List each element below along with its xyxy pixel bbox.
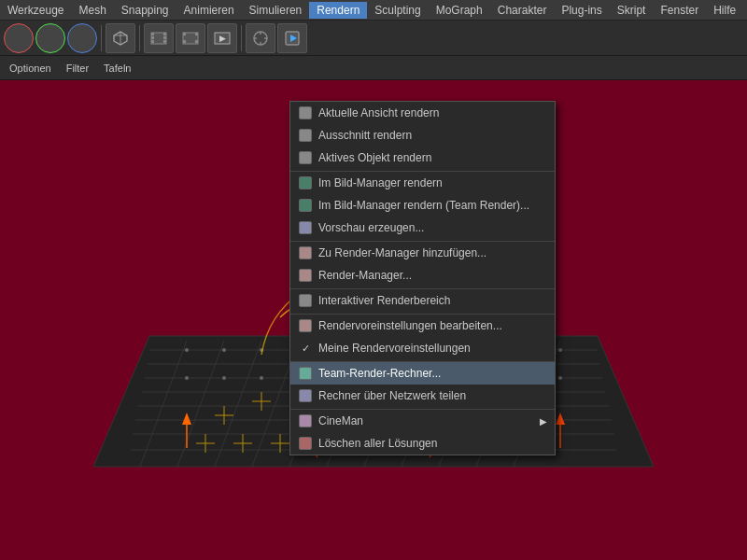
- y-axis-button[interactable]: [35, 23, 65, 53]
- dropdown-item[interactable]: Vorschau erzeugen...: [290, 217, 555, 239]
- menu-item-sculpting[interactable]: Sculpting: [367, 2, 428, 19]
- menu-item-plug-ins[interactable]: Plug-ins: [554, 2, 609, 19]
- dropdown-item-label: Im Bild-Manager rendern: [318, 176, 443, 189]
- settings-icon: [298, 245, 313, 260]
- network-icon: [298, 388, 313, 403]
- toolbar-separator-2: [139, 25, 140, 51]
- svg-point-51: [222, 376, 226, 380]
- svg-point-50: [185, 376, 189, 380]
- render-settings-button[interactable]: [246, 23, 275, 53]
- menu-item-hilfe[interactable]: Hilfe: [706, 2, 743, 19]
- svg-rect-11: [195, 33, 198, 35]
- dropdown-menu: Aktuelle Ansicht rendernAusschnitt rende…: [289, 101, 556, 455]
- dropdown-item-label: Aktuelle Ansicht rendern: [318, 106, 439, 119]
- render-icon: [298, 150, 313, 165]
- submenu-arrow-icon: ▶: [540, 416, 547, 427]
- menu-item-snapping[interactable]: Snapping: [114, 2, 176, 19]
- cineman-icon: [298, 413, 313, 428]
- x-axis-button[interactable]: [4, 23, 34, 53]
- settings-icon: [298, 268, 313, 283]
- dropdown-item[interactable]: Aktives Objekt rendern: [290, 147, 555, 169]
- film-button-2[interactable]: [176, 23, 205, 53]
- svg-rect-10: [183, 33, 186, 35]
- menu-item-simulieren[interactable]: Simulieren: [242, 2, 310, 19]
- svg-text:▶: ▶: [219, 34, 226, 43]
- img-icon: [298, 198, 313, 213]
- svg-rect-5: [151, 40, 154, 43]
- menu-bar: WerkzeugeMeshSnappingAnimierenSimulieren…: [0, 0, 747, 21]
- dropdown-item[interactable]: Team-Render-Rechner...: [290, 361, 555, 385]
- dropdown-item-label: Interaktiver Renderbereich: [318, 294, 450, 307]
- svg-rect-4: [151, 36, 154, 39]
- menu-item-werkzeuge[interactable]: Werkzeuge: [0, 2, 71, 19]
- toolbar2-item-tafeln[interactable]: Tafeln: [98, 61, 136, 76]
- z-axis-button[interactable]: [67, 23, 97, 53]
- dropdown-item-label: Im Bild-Manager rendern (Team Render)...: [318, 199, 529, 212]
- svg-point-49: [558, 348, 562, 352]
- team-icon: [298, 366, 313, 381]
- toolbar-separator-3: [241, 25, 242, 51]
- dropdown-item[interactable]: ✓Meine Rendervoreinstellungen: [290, 337, 555, 359]
- img-icon: [298, 175, 313, 190]
- toolbar2-item-optionen[interactable]: Optionen: [4, 61, 57, 76]
- render-icon: [298, 293, 313, 308]
- main-toolbar: ▶: [0, 21, 747, 56]
- dropdown-item[interactable]: Aktuelle Ansicht rendern: [290, 102, 555, 124]
- dropdown-item[interactable]: Im Bild-Manager rendern: [290, 171, 555, 194]
- preview-icon: [298, 220, 313, 235]
- toolbar2-item-filter[interactable]: Filter: [61, 61, 94, 76]
- secondary-toolbar: OptionenFilterTafeln: [0, 56, 747, 80]
- viewport: Aktuelle Ansicht rendernAusschnitt rende…: [0, 80, 747, 560]
- svg-rect-3: [151, 33, 154, 35]
- menu-item-fenster[interactable]: Fenster: [653, 2, 706, 19]
- render-icon: [298, 105, 313, 120]
- svg-point-40: [222, 348, 226, 352]
- dropdown-item-label: Löschen aller Lösungen: [318, 437, 437, 450]
- dropdown-item-label: Meine Rendervoreinstellungen: [318, 342, 471, 355]
- svg-rect-13: [195, 40, 198, 43]
- dropdown-item-label: Ausschnitt rendern: [318, 129, 412, 142]
- menu-item-animieren[interactable]: Animieren: [176, 2, 242, 19]
- dropdown-item[interactable]: Rechner über Netzwerk teilen: [290, 385, 555, 407]
- dropdown-item[interactable]: Rendervoreinstellungen bearbeiten...: [290, 314, 555, 337]
- dropdown-item[interactable]: CineMan▶: [290, 409, 555, 432]
- render-button[interactable]: [277, 23, 307, 53]
- dropdown-item-label: Zu Render-Manager hinzufügen...: [318, 246, 486, 259]
- checkmark-icon: ✓: [298, 341, 313, 356]
- film-button-1[interactable]: [144, 23, 174, 53]
- dropdown-item-label: Vorschau erzeugen...: [318, 221, 424, 234]
- menu-item-skript[interactable]: Skript: [610, 2, 654, 19]
- svg-rect-7: [163, 36, 166, 39]
- render-icon: [298, 128, 313, 143]
- menu-item-mograph[interactable]: MoGraph: [429, 2, 490, 19]
- svg-point-60: [558, 376, 562, 380]
- dropdown-item-label: CineMan: [318, 414, 363, 427]
- object-button[interactable]: [106, 23, 135, 53]
- menu-item-mesh[interactable]: Mesh: [71, 2, 113, 19]
- dropdown-item[interactable]: Im Bild-Manager rendern (Team Render)...: [290, 194, 555, 217]
- dropdown-item[interactable]: Ausschnitt rendern: [290, 124, 555, 147]
- toolbar-separator-1: [101, 25, 102, 51]
- svg-rect-6: [163, 33, 166, 35]
- dropdown-item[interactable]: Interaktiver Renderbereich: [290, 288, 555, 312]
- menu-item-charakter[interactable]: Charakter: [490, 2, 555, 19]
- svg-rect-8: [163, 40, 166, 43]
- dropdown-item-label: Team-Render-Rechner...: [318, 367, 441, 380]
- svg-point-39: [185, 348, 189, 352]
- delete-icon: [298, 436, 313, 451]
- film-button-3[interactable]: ▶: [207, 23, 237, 53]
- svg-point-52: [260, 376, 263, 380]
- settings-icon: [298, 318, 313, 333]
- dropdown-item-label: Render-Manager...: [318, 269, 412, 282]
- dropdown-item-label: Rendervoreinstellungen bearbeiten...: [318, 319, 502, 332]
- dropdown-item[interactable]: Löschen aller Lösungen: [290, 432, 555, 455]
- svg-rect-12: [183, 40, 186, 43]
- dropdown-item-label: Aktives Objekt rendern: [318, 151, 431, 164]
- menu-item-rendern[interactable]: Rendern: [309, 2, 367, 19]
- dropdown-item[interactable]: Zu Render-Manager hinzufügen...: [290, 241, 555, 264]
- dropdown-item[interactable]: Render-Manager...: [290, 264, 555, 287]
- dropdown-item-label: Rechner über Netzwerk teilen: [318, 389, 466, 402]
